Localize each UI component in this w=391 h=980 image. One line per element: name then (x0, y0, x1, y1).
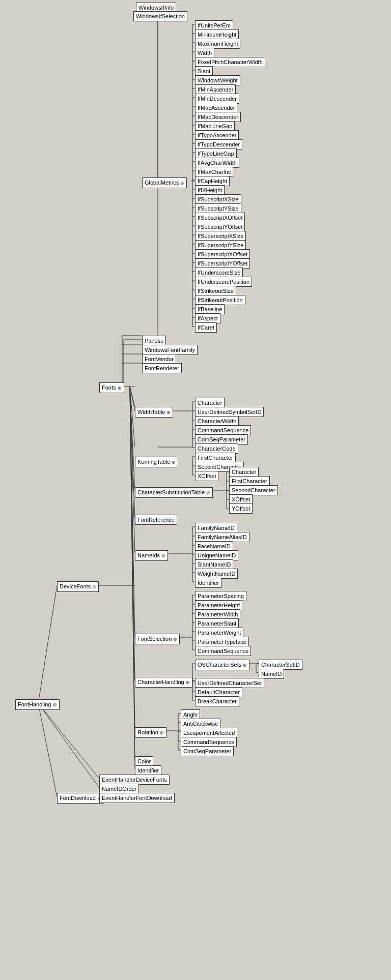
node-ifmaclinegap: IfMacLineGap (195, 121, 235, 131)
node-windowsifselection: WindowsIfSelection (133, 11, 187, 21)
node-parameterspacing: ParameterSpacing (195, 591, 246, 601)
node-iftypoascender: IfTypoAscender (195, 130, 239, 140)
node-parameterslant: ParameterSlant (195, 618, 239, 629)
node-slantnameid: SlantNameID (195, 559, 233, 570)
node-rotation[interactable]: Rotation ⊕ (135, 727, 166, 738)
node-defaultcharacter: DefaultCharacter (195, 687, 242, 697)
node-widthtable[interactable]: WidthTable ⊕ (135, 407, 173, 418)
svg-line-105 (38, 703, 57, 797)
node-familynameid: FamilyNameID (195, 523, 237, 533)
node-ifavgcharwidth: IfAvgCharWidth (195, 158, 239, 168)
node-secondcharacter-cst: SecondCharacter (229, 485, 278, 495)
node-ifaspect: IfAspect (195, 313, 220, 323)
node-nameidorder: NameIDOrder (99, 784, 139, 794)
node-characterwidth: CharacterWidth (195, 416, 239, 426)
node-fontdownload[interactable]: FontDownload ⊕ (57, 793, 104, 804)
node-fontvendor: FontVendor (142, 354, 176, 364)
diagram-container: WindowsIfInfo WindowsIfSelection IfUnits… (0, 0, 391, 980)
svg-line-107 (38, 703, 99, 788)
node-ifsubscriptxsize: IfSubscriptXSize (195, 194, 241, 204)
node-ifmindescender: IfMinDescender (195, 94, 239, 104)
node-windowsfontfamily: WindowsFontFamily (142, 345, 198, 355)
node-commandsequence-r: CommandSequence (181, 737, 237, 747)
node-ifminascender: IfMinAscender (195, 84, 236, 95)
node-character-cst: Character (229, 467, 259, 477)
node-eventhandlerdevicefonts: EventHandlerDeviceFonts (99, 775, 170, 785)
node-slant: Slant (195, 66, 213, 76)
svg-line-106 (38, 703, 99, 779)
node-charactersetid: CharacterSetID (259, 660, 302, 670)
node-ifsuperscriptxsize: IfSuperscriptXSize (195, 231, 246, 241)
node-ifixheight: IfIXHeight (195, 185, 225, 195)
node-userdefinedsymbolsetid: UserDefinedSymbolSetID (195, 407, 264, 417)
node-characterhandling[interactable]: CharacterHandling ⊕ (135, 677, 192, 688)
node-charactercode: CharacterCode (195, 443, 238, 454)
node-uniquenameid: UniqueNameID (195, 550, 238, 560)
node-ifunderscoreposition: IfUnderscorePosition (195, 277, 252, 287)
node-ifunitsperem: IfUnitsPerEm (195, 20, 233, 31)
node-comseqparameter-r: ComSeqParameter (181, 746, 234, 756)
node-xoffset-kt: XOffset (195, 471, 218, 481)
node-fonts[interactable]: Fonts ⊕ (99, 382, 124, 393)
node-fontselection[interactable]: FontSelection ⊕ (135, 634, 180, 644)
node-ifmacdescender: IfMacDescender (195, 112, 241, 122)
node-iftypoline gap: IfTypoLineGap (195, 149, 237, 159)
node-fontrenderer: FontRenderer (142, 363, 182, 373)
node-parametertypeface: ParameterTypeface (195, 637, 249, 647)
node-commandsequence-wt: CommandSequence (195, 425, 251, 435)
node-yoffset-cst: YOffset (229, 503, 253, 514)
node-minimumheight: MinimumHeight (195, 29, 239, 40)
node-nameids[interactable]: NameIds ⊕ (135, 550, 168, 561)
node-width: Width (195, 48, 214, 58)
node-comseqparameter-wt: ComSeqParameter (195, 434, 248, 444)
node-userdefinedcharacterset: UserDefinedCharacterSet (195, 678, 264, 688)
node-character-wt: Character (195, 398, 225, 408)
node-facenameid: FaceNameID (195, 541, 233, 551)
node-ifcaret: IfCaret (195, 322, 217, 333)
node-firstcharacter-kt: FirstCharacter (195, 453, 236, 463)
node-devicefonts[interactable]: DeviceFonts ⊕ (57, 581, 99, 592)
node-familynamealiasid: FamilyNameAliasID (195, 532, 249, 542)
node-commandsequence-fs: CommandSequence (195, 646, 251, 656)
node-ifbaseline: IfBaseline (195, 304, 225, 314)
node-panose: Panose (142, 336, 166, 346)
node-globalmetrics[interactable]: GlobalMetrics ⊕ (142, 177, 187, 188)
node-breakcharacter: BreakCharacter (195, 696, 239, 706)
node-parameterweight: ParameterWeight (195, 628, 243, 638)
node-ifstrikeoutposition: IfStrikeoutPosition (195, 295, 245, 305)
node-weightnameid: WeightNameID (195, 569, 238, 579)
svg-line-124 (130, 387, 135, 769)
node-xoffset-cst: XOffset (229, 494, 253, 504)
node-fixedpitchcharacterwidth: FixedPitchCharacterWidth (195, 57, 265, 67)
node-parameterwidth: ParameterWidth (195, 609, 240, 619)
node-ifsuperscriptyoffset: IfSuperscriptYOffset (195, 258, 250, 269)
node-anticlockwise: AntiClockwise (181, 719, 220, 729)
node-ifsubscriptxoffset: IfSubscriptXOffset (195, 213, 245, 223)
svg-line-104 (38, 585, 57, 703)
node-identifier-ni: Identifier (195, 578, 221, 588)
node-ifsuperscriptysize: IfSuperscriptYSize (195, 240, 246, 250)
node-windowsweight: WindowsWeight (195, 75, 240, 85)
node-ifsubscriptysize: IfSubscriptYSize (195, 203, 241, 214)
node-ifmaxcharinc: IfMaxCharInc (195, 167, 233, 177)
node-iftypodescender: IfTypoDescender (195, 139, 242, 150)
node-kerningtable[interactable]: KerningTable ⊕ (135, 457, 178, 467)
node-eventhandlerfontdownload: EventHandlerFontDownload (99, 793, 175, 803)
node-fontreference: FontReference (135, 515, 177, 525)
node-fonthandling[interactable]: FontHandling ⊕ (15, 699, 60, 710)
node-color: Color (135, 756, 153, 766)
node-ifsuperscriptxoffset: IfSuperscriptXOffset (195, 249, 250, 259)
node-oscharactersets[interactable]: OSCharacterSets ⊕ (195, 660, 249, 670)
node-ifstrikeoutsize: IfStrikeoutSize (195, 286, 236, 296)
node-parameterheight: ParameterHeight (195, 600, 242, 610)
node-maximumheight: MaximumHeight (195, 39, 240, 49)
node-firstcharacter-cst: FirstCharacter (229, 476, 270, 486)
node-charactersubstitutiontable[interactable]: CharacterSubstitutionTable ⊕ (135, 487, 213, 498)
node-nameid-os: NameID (259, 669, 284, 679)
node-angle: Angle (181, 709, 200, 720)
node-escapementaffected: EscapementAffected (181, 728, 237, 738)
node-ifmacascender: IfMacAscender (195, 103, 237, 113)
node-ifcapheight: IfCapHeight (195, 176, 230, 186)
node-ifunderscoresize: IfUnderscoreSize (195, 268, 243, 278)
node-identifier-df: Identifier (135, 765, 161, 776)
